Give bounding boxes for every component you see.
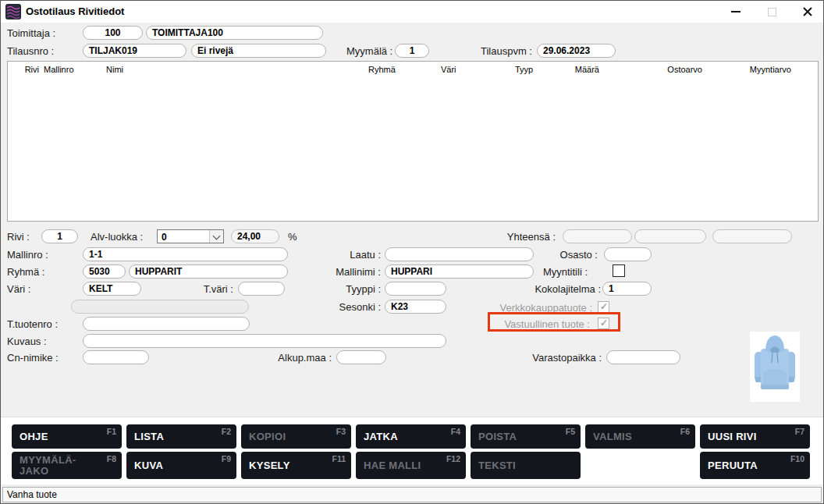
tyyppi-field[interactable] (385, 282, 446, 296)
column-header-maara: Määrä (559, 65, 599, 74)
osasto-field[interactable] (604, 247, 652, 261)
laatu-field[interactable] (385, 247, 534, 261)
ryhma-name-field[interactable]: HUPPARIT (129, 264, 288, 279)
toimittaja-code-field[interactable]: 100 (83, 26, 143, 40)
laatu-label: Laatu : (282, 249, 381, 261)
fkey-label: F6 (680, 427, 690, 436)
fkey-label: F7 (795, 427, 804, 436)
chevron-down-icon (213, 232, 221, 240)
close-button[interactable] (790, 1, 824, 23)
tyyppi-label: Tyyppi : (282, 283, 381, 296)
status-text: Vanha tuote (7, 489, 57, 500)
varastopaikka-field[interactable] (606, 350, 680, 364)
maximize-icon (768, 8, 776, 16)
verkkokauppatuote-label: Verkkokauppatuote : (467, 302, 592, 314)
rivi-field[interactable]: 1 (41, 229, 78, 243)
varastopaikka-label: Varastopaikka : (491, 352, 602, 364)
vari-field[interactable]: KELT (83, 282, 141, 296)
title-bar: Ostotilaus Rivitiedot (1, 1, 823, 23)
alv-prosentti-field: 24,00 (231, 229, 279, 243)
yhteensa-label: Yhteensä : (466, 231, 556, 243)
lisakentta-field (71, 300, 249, 314)
uusi-rivi-button[interactable]: UUSI RIVIF7 (700, 424, 810, 449)
toimittaja-name-field[interactable]: TOIMITTAJA100 (146, 26, 323, 40)
kopioi-button: KOPIOIF3 (241, 424, 351, 449)
alkupmaa-field[interactable] (336, 350, 386, 364)
fkey-label: F8 (107, 454, 116, 463)
toimittaja-label: Toimittaja : (7, 27, 55, 40)
minimize-icon (731, 11, 741, 12)
jatka-button[interactable]: JATKAF4 (356, 424, 466, 449)
lista-button[interactable]: LISTAF2 (126, 424, 236, 449)
alkupmaa-label: Alkup.maa : (235, 352, 332, 364)
kuva-button[interactable]: KUVAF9 (126, 452, 236, 479)
kokolajitelma-label: Kokolajitelma : (491, 283, 601, 296)
alv-luokka-selected-value: 0 (162, 232, 167, 243)
fkey-label: F12 (446, 454, 460, 463)
myymala-field[interactable]: 1 (395, 44, 429, 58)
tilausnro-field[interactable]: TILJAK019 (83, 44, 186, 58)
alv-luokka-dropdown-zone[interactable] (209, 230, 223, 243)
kuvaus-label: Kuvaus : (7, 335, 47, 348)
myymalajako-button: MYYMÄLÄ-JAKOF8 (12, 452, 122, 479)
minimize-button[interactable] (719, 1, 753, 23)
myyntitili-checkbox[interactable] (613, 264, 625, 277)
column-header-tyyp: Tyyp (515, 65, 533, 74)
fkey-label: F10 (790, 454, 804, 463)
ryhma-label: Ryhmä : (7, 266, 44, 279)
poista-button: POISTAF5 (471, 424, 581, 449)
tvari-label: T.väri : (179, 283, 233, 296)
cn-nimike-field[interactable] (83, 350, 149, 364)
ostotilaus-rivitiedot-window: Ostotilaus Rivitiedot Toimittaja : 100 T… (0, 0, 824, 504)
vastuullinen-tuote-label: Vastuullinen tuote : (467, 318, 590, 331)
osasto-label: Osasto : (513, 249, 598, 261)
light-blue-hoodie-photo (750, 332, 800, 402)
sesonki-label: Sesonki : (282, 301, 381, 314)
fkey-label: F11 (332, 454, 346, 463)
myyntitili-label: Myyntitili : (500, 266, 588, 279)
column-header-ostoarvo: Ostoarvo (646, 65, 702, 74)
tilauspvm-field[interactable]: 29.06.2023 (537, 44, 616, 58)
order-lines-table[interactable]: Rivi Mallinro Nimi Ryhmä Väri Tyyp Määrä… (7, 61, 819, 222)
rivi-label: Rivi : (7, 231, 30, 243)
myymala-label: Myymälä : (346, 45, 392, 58)
sesonki-field[interactable]: K23 (385, 300, 446, 314)
kuvaus-field[interactable] (83, 334, 446, 348)
ohje-button[interactable]: OHJEF1 (12, 424, 122, 449)
close-icon (802, 6, 813, 17)
status-bar: Vanha tuote (1, 484, 824, 504)
column-header-myyntiarvo: Myyntiarvo (727, 65, 791, 74)
function-button-panel: OHJEF1 LISTAF2 KOPIOIF3 JATKAF4 POISTAF5… (1, 417, 824, 484)
fkey-label: F3 (336, 427, 346, 436)
ryhma-code-field[interactable]: 5030 (83, 264, 126, 279)
tilauspvm-label: Tilauspvm : (481, 45, 532, 58)
ttuotenro-label: T.tuotenro : (7, 318, 58, 331)
fkey-label: F4 (451, 427, 460, 436)
product-image (750, 332, 800, 402)
rivit-status-field: Ei rivejä (191, 44, 326, 58)
ttuotenro-field[interactable] (83, 317, 250, 331)
alv-luokka-select[interactable]: 0 (157, 229, 224, 243)
window-title: Ostotilaus Rivitiedot (26, 5, 124, 17)
mallinro-label: Mallinro : (7, 249, 48, 261)
tvari-field[interactable] (238, 282, 285, 296)
fkey-label: F5 (566, 427, 575, 436)
teksti-button: TEKSTI (471, 452, 581, 479)
column-header-nimi: Nimi (106, 65, 123, 74)
yhteensa-maara-field (563, 229, 632, 243)
alv-luokka-label: Alv-luokka : (91, 231, 143, 243)
kysely-button[interactable]: KYSELYF11 (241, 452, 351, 479)
column-header-vari: Väri (441, 65, 456, 74)
cn-nimike-label: Cn-nimike : (7, 352, 59, 364)
fkey-label: F2 (222, 427, 231, 436)
fkey-label: F1 (107, 427, 116, 436)
vastuullinen-tuote-checkbox (598, 318, 609, 329)
kokolajitelma-field[interactable]: 1 (602, 282, 652, 296)
maximize-button (755, 1, 789, 23)
mallinro-field[interactable]: 1-1 (83, 247, 288, 261)
status-panel: Vanha tuote (2, 487, 822, 502)
column-header-ryhma: Ryhmä (368, 65, 396, 74)
peruuta-button[interactable]: PERUUTAF10 (700, 452, 810, 479)
hae-malli-button: HAE MALLIF12 (356, 452, 466, 479)
app-logo-icon (5, 4, 21, 20)
